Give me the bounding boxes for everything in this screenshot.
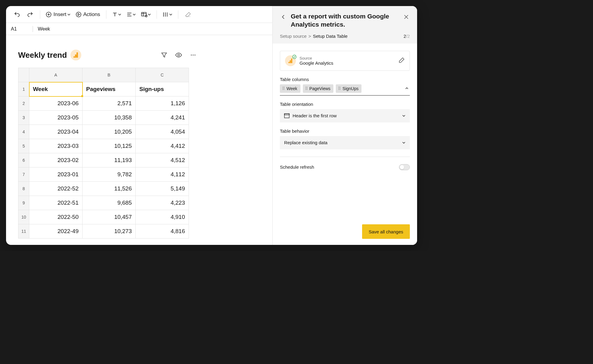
- chevron-left-icon: [281, 15, 286, 19]
- filter-button[interactable]: [159, 50, 169, 60]
- google-analytics-badge[interactable]: [70, 50, 81, 60]
- grid-cell[interactable]: 10,205: [83, 125, 136, 139]
- erase-button[interactable]: [182, 8, 194, 21]
- grid-cell[interactable]: 4,816: [136, 224, 189, 239]
- grid-cell[interactable]: 11,526: [83, 182, 136, 196]
- columns-dropdown-button[interactable]: [404, 85, 410, 92]
- column-header[interactable]: C: [136, 68, 189, 82]
- grid-cell[interactable]: 2023-04: [29, 125, 83, 139]
- back-button[interactable]: [280, 13, 287, 21]
- insert-button[interactable]: Insert: [44, 8, 73, 21]
- corner-cell[interactable]: [18, 68, 29, 82]
- behavior-select[interactable]: Replace existing data: [280, 136, 410, 149]
- column-chip[interactable]: SignUps: [336, 84, 361, 93]
- grid-cell[interactable]: Sign-ups: [136, 82, 189, 96]
- actions-button[interactable]: Actions: [74, 8, 103, 21]
- svg-point-25: [306, 89, 306, 90]
- grid-cell[interactable]: 4,112: [136, 167, 189, 182]
- grid-cell[interactable]: 2023-01: [29, 167, 83, 182]
- sheet-area: Weekly trend A: [6, 35, 272, 245]
- row-header[interactable]: 8: [18, 182, 29, 196]
- row-header[interactable]: 3: [18, 111, 29, 125]
- source-card[interactable]: Source Google Analytics: [280, 51, 410, 71]
- breadcrumb-item[interactable]: Setup source: [280, 34, 306, 39]
- column-chip[interactable]: PageViews: [303, 84, 334, 93]
- grid-cell[interactable]: Pageviews: [83, 82, 136, 96]
- grid-cell[interactable]: 2022-51: [29, 196, 83, 210]
- grid-cell[interactable]: 5,149: [136, 182, 189, 196]
- row-header[interactable]: 9: [18, 196, 29, 210]
- grid-cell[interactable]: 4,223: [136, 196, 189, 210]
- grid-cell[interactable]: 11,193: [83, 153, 136, 167]
- grid-cell[interactable]: 10,358: [83, 111, 136, 125]
- grid-cell[interactable]: 10,273: [83, 224, 136, 239]
- spreadsheet-grid[interactable]: A B C 1 Week Pageviews Sign-ups 22023-06…: [18, 68, 189, 239]
- grid-cell[interactable]: 2022-50: [29, 210, 83, 224]
- grid-cell[interactable]: 2023-02: [29, 153, 83, 167]
- row-header[interactable]: 1: [18, 82, 29, 96]
- toolbar-divider: [157, 10, 157, 19]
- layout-button[interactable]: [160, 8, 174, 21]
- table-format-button[interactable]: [139, 8, 153, 21]
- grid-cell[interactable]: 10,125: [83, 139, 136, 153]
- align-icon: [126, 11, 132, 18]
- grid-cell[interactable]: 2,571: [83, 96, 136, 111]
- app-window: Insert Actions: [6, 6, 417, 245]
- schedule-refresh-toggle[interactable]: [399, 164, 410, 170]
- columns-chip-row[interactable]: WeekPageViewsSignUps: [280, 84, 410, 96]
- toggle-label: Schedule refresh: [280, 164, 314, 170]
- grid-cell[interactable]: 2022-49: [29, 224, 83, 239]
- grid-cell[interactable]: 4,054: [136, 125, 189, 139]
- grid-cell[interactable]: 2023-06: [29, 96, 83, 111]
- row-header[interactable]: 11: [18, 224, 29, 239]
- cell-reference[interactable]: A1: [11, 26, 28, 32]
- row-header[interactable]: 7: [18, 167, 29, 182]
- redo-button[interactable]: [24, 8, 36, 21]
- row-header[interactable]: 10: [18, 210, 29, 224]
- grid-cell[interactable]: 1,126: [136, 96, 189, 111]
- column-chip[interactable]: Week: [280, 84, 300, 93]
- align-button[interactable]: [125, 8, 138, 21]
- column-header[interactable]: A: [29, 68, 83, 82]
- google-analytics-icon: [288, 58, 293, 63]
- grid-cell[interactable]: 4,241: [136, 111, 189, 125]
- grid-cell[interactable]: 2022-52: [29, 182, 83, 196]
- chevron-down-icon: [169, 13, 173, 16]
- sheet-header: Weekly trend: [18, 50, 272, 60]
- divider: [280, 157, 410, 157]
- grid-cell[interactable]: 9,782: [83, 167, 136, 182]
- table-columns-field: Table columns WeekPageViewsSignUps: [280, 77, 410, 96]
- grid-cell[interactable]: 2023-03: [29, 139, 83, 153]
- edit-source-button[interactable]: [399, 57, 405, 64]
- text-format-button[interactable]: [110, 8, 123, 21]
- grid-cell[interactable]: Week: [29, 82, 83, 96]
- column-header[interactable]: B: [83, 68, 136, 82]
- grid-cell[interactable]: 4,412: [136, 139, 189, 153]
- orientation-select[interactable]: Header is the first row: [280, 109, 410, 122]
- toolbar-divider: [106, 10, 106, 19]
- layout-icon: [162, 11, 169, 18]
- chip-label: SignUps: [342, 86, 358, 91]
- grid-cell[interactable]: 2023-05: [29, 111, 83, 125]
- grid-cell[interactable]: 9,685: [83, 196, 136, 210]
- svg-point-17: [283, 88, 283, 89]
- row-header[interactable]: 2: [18, 96, 29, 111]
- undo-button[interactable]: [11, 8, 23, 21]
- table-icon: [141, 11, 147, 18]
- row-header[interactable]: 6: [18, 153, 29, 167]
- grid-cell[interactable]: 10,457: [83, 210, 136, 224]
- row-header[interactable]: 4: [18, 125, 29, 139]
- grid-cell[interactable]: 4,512: [136, 153, 189, 167]
- formula-input[interactable]: Week: [38, 26, 50, 32]
- save-button[interactable]: Save all changes: [362, 224, 410, 239]
- svg-point-13: [288, 62, 290, 63]
- field-label: Table behavior: [280, 128, 410, 134]
- svg-point-15: [283, 87, 283, 87]
- visibility-button[interactable]: [174, 50, 183, 60]
- more-button[interactable]: [188, 50, 198, 60]
- close-button[interactable]: [403, 13, 410, 21]
- row-header[interactable]: 5: [18, 139, 29, 153]
- breadcrumb-separator: >: [308, 34, 311, 39]
- grid-cell[interactable]: 4,910: [136, 210, 189, 224]
- svg-point-21: [306, 87, 306, 87]
